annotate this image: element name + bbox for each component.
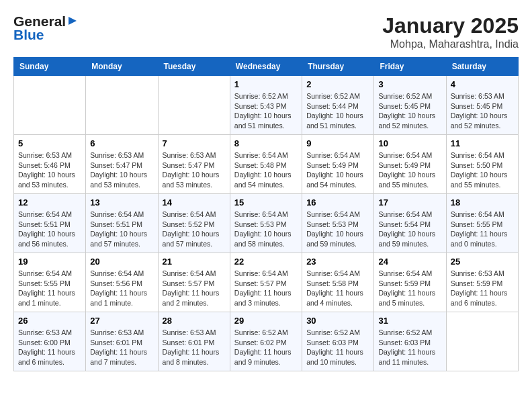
- table-row: 19Sunrise: 6:54 AM Sunset: 5:55 PM Dayli…: [14, 253, 86, 312]
- day-number: 5: [18, 138, 81, 148]
- day-number: 21: [163, 257, 226, 267]
- table-row: 4Sunrise: 6:53 AM Sunset: 5:45 PM Daylig…: [446, 76, 518, 135]
- day-info: Sunrise: 6:52 AM Sunset: 5:43 PM Dayligh…: [234, 91, 298, 131]
- col-sunday: Sunday: [14, 58, 86, 76]
- table-row: 6Sunrise: 6:53 AM Sunset: 5:47 PM Daylig…: [86, 135, 158, 194]
- day-number: 12: [18, 197, 81, 208]
- day-info: Sunrise: 6:54 AM Sunset: 5:56 PM Dayligh…: [90, 269, 153, 308]
- month-title: January 2025: [382, 13, 519, 38]
- location: Mohpa, Maharashtra, India: [382, 38, 519, 50]
- day-number: 17: [378, 197, 441, 208]
- table-row: 2Sunrise: 6:52 AM Sunset: 5:44 PM Daylig…: [302, 76, 374, 135]
- day-info: Sunrise: 6:53 AM Sunset: 6:01 PM Dayligh…: [90, 328, 153, 367]
- day-number: 28: [163, 316, 226, 326]
- day-number: 25: [451, 257, 514, 267]
- table-row: 30Sunrise: 6:52 AM Sunset: 6:03 PM Dayli…: [302, 312, 374, 371]
- day-info: Sunrise: 6:53 AM Sunset: 5:47 PM Dayligh…: [163, 150, 226, 190]
- table-row: 11Sunrise: 6:54 AM Sunset: 5:50 PM Dayli…: [446, 135, 518, 194]
- day-info: Sunrise: 6:54 AM Sunset: 5:53 PM Dayligh…: [234, 210, 298, 249]
- table-row: 31Sunrise: 6:52 AM Sunset: 6:03 PM Dayli…: [374, 312, 446, 371]
- day-number: 1: [234, 79, 298, 89]
- table-row: 5Sunrise: 6:53 AM Sunset: 5:46 PM Daylig…: [14, 135, 86, 194]
- title-area: January 2025 Mohpa, Maharashtra, India: [382, 13, 519, 50]
- day-number: 26: [18, 316, 81, 326]
- day-info: Sunrise: 6:53 AM Sunset: 5:45 PM Dayligh…: [451, 91, 514, 131]
- day-number: 2: [306, 79, 369, 89]
- table-row: 7Sunrise: 6:53 AM Sunset: 5:47 PM Daylig…: [158, 135, 230, 194]
- day-info: Sunrise: 6:54 AM Sunset: 5:55 PM Dayligh…: [18, 269, 81, 308]
- calendar-header-row: Sunday Monday Tuesday Wednesday Thursday…: [14, 58, 519, 76]
- day-info: Sunrise: 6:54 AM Sunset: 5:50 PM Dayligh…: [451, 150, 514, 190]
- table-row: 29Sunrise: 6:52 AM Sunset: 6:02 PM Dayli…: [230, 312, 302, 371]
- table-row: 10Sunrise: 6:54 AM Sunset: 5:49 PM Dayli…: [374, 135, 446, 194]
- day-number: 29: [234, 316, 298, 326]
- day-info: Sunrise: 6:52 AM Sunset: 6:02 PM Dayligh…: [234, 328, 298, 367]
- day-number: 13: [90, 197, 153, 208]
- table-row: 14Sunrise: 6:54 AM Sunset: 5:52 PM Dayli…: [158, 194, 230, 253]
- table-row: 24Sunrise: 6:54 AM Sunset: 5:59 PM Dayli…: [374, 253, 446, 312]
- table-row: 22Sunrise: 6:54 AM Sunset: 5:57 PM Dayli…: [230, 253, 302, 312]
- day-info: Sunrise: 6:54 AM Sunset: 5:51 PM Dayligh…: [18, 210, 81, 249]
- day-info: Sunrise: 6:54 AM Sunset: 5:49 PM Dayligh…: [306, 150, 369, 190]
- table-row: 26Sunrise: 6:53 AM Sunset: 6:00 PM Dayli…: [14, 312, 86, 371]
- day-number: 10: [378, 138, 441, 148]
- day-number: 22: [234, 257, 298, 267]
- day-info: Sunrise: 6:53 AM Sunset: 5:47 PM Dayligh…: [90, 150, 153, 190]
- day-number: 24: [378, 257, 441, 267]
- table-row: 9Sunrise: 6:54 AM Sunset: 5:49 PM Daylig…: [302, 135, 374, 194]
- day-number: 9: [306, 138, 369, 148]
- day-number: 11: [451, 138, 514, 148]
- table-row: 18Sunrise: 6:54 AM Sunset: 5:55 PM Dayli…: [446, 194, 518, 253]
- table-row: [14, 76, 86, 135]
- table-row: 27Sunrise: 6:53 AM Sunset: 6:01 PM Dayli…: [86, 312, 158, 371]
- table-row: 16Sunrise: 6:54 AM Sunset: 5:53 PM Dayli…: [302, 194, 374, 253]
- day-number: 15: [234, 197, 298, 208]
- calendar-table: Sunday Monday Tuesday Wednesday Thursday…: [13, 57, 519, 371]
- day-number: 4: [451, 79, 514, 89]
- table-row: 20Sunrise: 6:54 AM Sunset: 5:56 PM Dayli…: [86, 253, 158, 312]
- day-info: Sunrise: 6:54 AM Sunset: 5:57 PM Dayligh…: [234, 269, 298, 308]
- day-number: 27: [90, 316, 153, 326]
- day-number: 20: [90, 257, 153, 267]
- day-number: 3: [378, 79, 441, 89]
- day-number: 6: [90, 138, 153, 148]
- day-number: 18: [451, 197, 514, 208]
- day-number: 31: [378, 316, 441, 326]
- table-row: 12Sunrise: 6:54 AM Sunset: 5:51 PM Dayli…: [14, 194, 86, 253]
- day-number: 23: [306, 257, 369, 267]
- day-info: Sunrise: 6:52 AM Sunset: 6:03 PM Dayligh…: [306, 328, 369, 367]
- day-info: Sunrise: 6:53 AM Sunset: 5:59 PM Dayligh…: [451, 269, 514, 308]
- table-row: [158, 76, 230, 135]
- day-info: Sunrise: 6:52 AM Sunset: 6:03 PM Dayligh…: [378, 328, 441, 367]
- table-row: [86, 76, 158, 135]
- day-info: Sunrise: 6:54 AM Sunset: 5:54 PM Dayligh…: [378, 210, 441, 249]
- day-number: 14: [163, 197, 226, 208]
- page-header: General Blue January 2025 Mohpa, Maharas…: [13, 13, 519, 50]
- col-saturday: Saturday: [446, 58, 518, 76]
- day-info: Sunrise: 6:53 AM Sunset: 6:01 PM Dayligh…: [163, 328, 226, 367]
- day-number: 16: [306, 197, 369, 208]
- table-row: 21Sunrise: 6:54 AM Sunset: 5:57 PM Dayli…: [158, 253, 230, 312]
- table-row: 13Sunrise: 6:54 AM Sunset: 5:51 PM Dayli…: [86, 194, 158, 253]
- day-number: 19: [18, 257, 81, 267]
- table-row: 25Sunrise: 6:53 AM Sunset: 5:59 PM Dayli…: [446, 253, 518, 312]
- day-info: Sunrise: 6:53 AM Sunset: 5:46 PM Dayligh…: [18, 150, 81, 190]
- table-row: 15Sunrise: 6:54 AM Sunset: 5:53 PM Dayli…: [230, 194, 302, 253]
- table-row: 1Sunrise: 6:52 AM Sunset: 5:43 PM Daylig…: [230, 76, 302, 135]
- table-row: 8Sunrise: 6:54 AM Sunset: 5:48 PM Daylig…: [230, 135, 302, 194]
- calendar-week-row: 19Sunrise: 6:54 AM Sunset: 5:55 PM Dayli…: [14, 253, 519, 312]
- col-monday: Monday: [86, 58, 158, 76]
- table-row: [446, 312, 518, 371]
- day-info: Sunrise: 6:54 AM Sunset: 5:55 PM Dayligh…: [451, 210, 514, 249]
- day-info: Sunrise: 6:54 AM Sunset: 5:52 PM Dayligh…: [163, 210, 226, 249]
- day-info: Sunrise: 6:54 AM Sunset: 5:48 PM Dayligh…: [234, 150, 298, 190]
- table-row: 28Sunrise: 6:53 AM Sunset: 6:01 PM Dayli…: [158, 312, 230, 371]
- table-row: 3Sunrise: 6:52 AM Sunset: 5:45 PM Daylig…: [374, 76, 446, 135]
- calendar-week-row: 5Sunrise: 6:53 AM Sunset: 5:46 PM Daylig…: [14, 135, 519, 194]
- logo: General Blue: [13, 13, 74, 43]
- day-info: Sunrise: 6:54 AM Sunset: 5:57 PM Dayligh…: [163, 269, 226, 308]
- col-wednesday: Wednesday: [230, 58, 302, 76]
- calendar-week-row: 1Sunrise: 6:52 AM Sunset: 5:43 PM Daylig…: [14, 76, 519, 135]
- day-number: 7: [163, 138, 226, 148]
- day-info: Sunrise: 6:52 AM Sunset: 5:45 PM Dayligh…: [378, 91, 441, 131]
